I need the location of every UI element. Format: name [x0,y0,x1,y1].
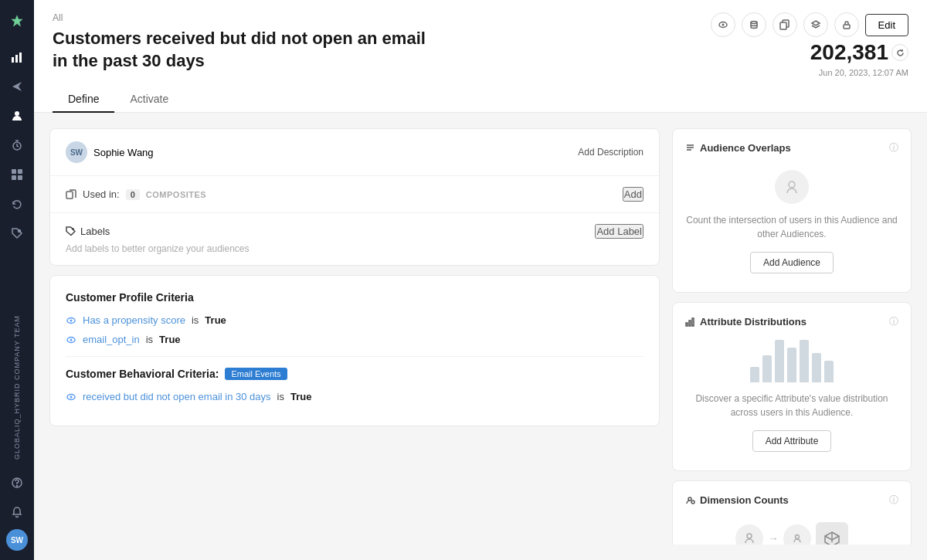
criteria-item-propensity: Has a propensity score is True [66,314,643,326]
propensity-operator: is [192,314,199,326]
overlaps-info-icon[interactable]: ⓘ [889,141,898,154]
attribute-distributions-body: Discover a specific Attribute's value di… [685,338,898,458]
labels-icon [66,226,76,236]
sidebar-item-bell[interactable] [5,500,29,524]
svg-rect-30 [686,323,688,326]
dimension-info-icon[interactable]: ⓘ [889,494,898,507]
add-attribute-button[interactable]: Add Attribute [752,430,832,452]
propensity-value: True [205,314,226,326]
labels-title-text: Labels [80,226,110,237]
sidebar-item-grid[interactable] [5,162,29,187]
attribute-bars [750,344,834,382]
svg-point-29 [789,182,795,188]
svg-rect-16 [780,22,786,29]
svg-rect-18 [66,192,73,199]
edit-button[interactable]: Edit [865,14,908,36]
tab-activate[interactable]: Activate [114,87,184,113]
composites-icon [66,189,76,200]
author-row: SW Sophie Wang Add Description [50,129,659,176]
box-dim-icon [816,522,848,545]
email-opt-link[interactable]: email_opt_in [83,334,140,345]
bar-7 [824,361,834,382]
svg-rect-17 [844,25,850,29]
tabs: Define Activate [53,87,908,112]
labels-row: Labels Add Label Add labels to better or… [50,213,659,265]
labels-hint: Add labels to better organize your audie… [66,243,643,254]
logo-icon[interactable] [5,9,29,34]
bar-1 [750,367,759,382]
attribute-distributions-title: Attribute Distributions [685,316,806,328]
eye-toolbar-icon[interactable] [711,12,735,37]
used-in-info: Used in: 0 COMPOSITES [66,188,206,200]
header-actions: Edit [711,12,908,37]
database-toolbar-icon[interactable] [742,12,766,37]
audience-count: 202,381 [810,40,888,65]
email-events-badge: Email Events [225,368,287,380]
svg-rect-6 [18,169,22,174]
sidebar-item-help[interactable] [5,470,29,495]
svg-point-21 [70,319,73,321]
svg-point-11 [17,486,18,487]
svg-rect-2 [19,53,22,63]
behavioral-link[interactable]: received but did not open email in 30 da… [83,391,271,402]
svg-point-3 [15,111,19,116]
svg-rect-32 [692,318,694,326]
audience-overlaps-body: Count the intersection of users in this … [685,164,898,280]
copy-toolbar-icon[interactable] [772,12,797,37]
person-dim-icon [735,524,763,545]
overlaps-placeholder-icon [775,170,809,204]
composites-label: COMPOSITES [146,190,206,199]
sidebar-item-history[interactable] [5,192,29,216]
sidebar-item-tag[interactable] [5,221,29,246]
company-label: GLOBALIQ_HYBRID COMPANY TEAM [13,315,21,460]
sidebar-item-timer[interactable] [5,133,29,158]
page-title: Customers received but did not open an e… [53,28,439,72]
info-card: SW Sophie Wang Add Description Used in: … [49,128,660,266]
sidebar-item-analytics[interactable] [5,45,29,70]
tab-define[interactable]: Define [53,87,114,113]
add-composite-button[interactable]: Add [623,187,643,202]
audience-overlaps-card: Audience Overlaps ⓘ Count the intersecti… [672,128,912,293]
main-content: All Customers received but did not open … [34,0,927,560]
header: All Customers received but did not open … [34,0,927,113]
behavioral-title: Customer Behavioral Criteria: [66,368,219,380]
behavioral-header: Customer Behavioral Criteria: Email Even… [66,368,643,380]
bar-5 [800,340,809,382]
add-description-button[interactable]: Add Description [578,147,643,158]
add-audience-button[interactable]: Add Audience [750,252,834,273]
dimension-counts-card: Dimension Counts ⓘ → [672,480,912,545]
distributions-info-icon[interactable]: ⓘ [889,315,898,328]
count-date: Jun 20, 2023, 12:07 AM [819,68,908,77]
add-label-button[interactable]: Add Label [595,224,643,239]
right-column: Audience Overlaps ⓘ Count the intersecti… [672,128,912,545]
eye-icon-1 [66,315,76,326]
svg-point-25 [70,395,73,398]
body-area: SW Sophie Wang Add Description Used in: … [34,113,927,560]
svg-point-35 [747,534,752,538]
sidebar: GLOBALIQ_HYBRID COMPANY TEAM SW [0,0,34,560]
behavioral-value: True [290,391,311,402]
svg-rect-1 [15,55,18,63]
dimension-icon [685,495,695,505]
eye-icon-3 [66,392,76,402]
left-column: SW Sophie Wang Add Description Used in: … [49,128,660,545]
refresh-button[interactable] [891,44,908,61]
user-avatar[interactable]: SW [6,529,28,551]
email-opt-value: True [159,334,180,345]
sidebar-item-audience[interactable] [5,104,29,128]
profile-criteria-title: Customer Profile Criteria [66,291,643,304]
propensity-link[interactable]: Has a propensity score [83,314,185,326]
used-in-label: Used in: [83,188,120,200]
svg-rect-8 [18,175,22,180]
attribute-distributions-desc: Discover a specific Attribute's value di… [685,392,898,419]
bar-3 [775,340,784,382]
attribute-distributions-card: Attribute Distributions ⓘ Discover a s [672,302,912,471]
eye-icon-2 [66,334,76,345]
dimension-icons: → [735,522,848,545]
lock-toolbar-icon[interactable] [834,12,859,37]
behavioral-operator: is [277,391,284,402]
author-avatar: SW [66,141,87,163]
sidebar-item-send[interactable] [5,74,29,99]
bar-2 [762,355,772,382]
layers-toolbar-icon[interactable] [803,12,828,37]
